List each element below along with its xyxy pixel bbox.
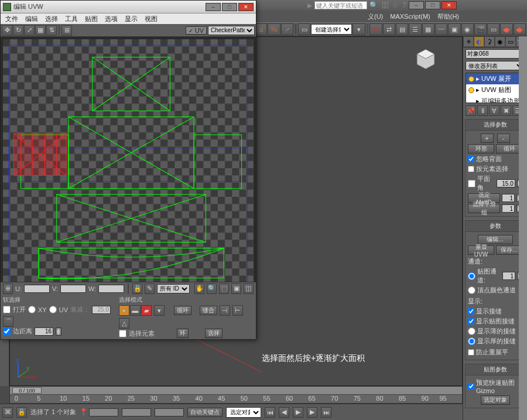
uvw-menu-mapping[interactable]: 贴图 (81, 14, 101, 24)
uv-badge[interactable]: ✓ UV (186, 26, 207, 35)
teapot-icon[interactable]: 🫖 (500, 23, 512, 35)
softsel-uv-radio[interactable] (49, 306, 57, 313)
coord-y-input[interactable] (122, 408, 151, 416)
mirror-icon[interactable]: ⇄ (383, 23, 395, 35)
render-setup-icon[interactable]: 🎬 (474, 23, 487, 35)
thin-seam-radio[interactable] (468, 327, 475, 335)
planar-value[interactable] (497, 179, 515, 187)
keymode-dropdown[interactable]: 选定对象 (226, 407, 261, 418)
subobj-face-icon[interactable]: ▰ (141, 305, 152, 316)
percent-icon[interactable]: % (268, 23, 280, 35)
grow-button[interactable]: + (481, 134, 494, 143)
material-icon[interactable]: ◉ (461, 23, 474, 35)
uvw-menu-select[interactable]: 选择 (42, 14, 61, 24)
object-name-input[interactable] (466, 49, 527, 59)
select-sg-button[interactable]: 选择平滑组 (468, 204, 500, 213)
stitch-b-icon[interactable]: ⊢ (232, 305, 243, 316)
uvw-scale-icon[interactable]: ⤢ (24, 25, 35, 36)
menu-custom[interactable]: 义(U) (364, 11, 386, 22)
render-frame-icon[interactable]: ▭ (487, 23, 499, 35)
show-seam-check[interactable] (468, 308, 474, 315)
show-result-icon[interactable]: Ⅱ (477, 105, 488, 116)
menu-help[interactable]: 帮助(H) (434, 11, 463, 22)
align-selected-button[interactable]: 选定对象 (481, 395, 510, 405)
section-header[interactable]: 选择参数 (466, 119, 525, 131)
uvw-brush-icon[interactable]: ✎ (145, 284, 155, 294)
uvw-menu-file[interactable]: 文件 (2, 14, 22, 24)
modifier-stack[interactable]: ▸UVW 展开 ▸UVW 贴图 ▸可编辑多边形 (466, 73, 525, 103)
uvw-menu-edit[interactable]: 编辑 (22, 14, 42, 24)
selection-set-dropdown[interactable]: 创建选择集 (311, 24, 352, 35)
by-element-check[interactable] (468, 166, 474, 172)
uvw-snap-icon[interactable]: ◫ (244, 284, 254, 294)
uvw-minimize-button[interactable]: – (206, 3, 221, 11)
select-icon[interactable]: ▭ (298, 23, 310, 35)
prevent-reflatten-check[interactable] (468, 349, 474, 356)
play-next-icon[interactable]: ▶ (307, 407, 317, 418)
menu-maxscript[interactable]: MAXScript(M) (386, 12, 433, 21)
viewcube[interactable] (413, 46, 439, 72)
v-input[interactable] (60, 285, 86, 293)
move-icon[interactable]: M (369, 23, 382, 35)
maximize-button[interactable]: □ (425, 1, 440, 9)
u-input[interactable] (24, 285, 50, 293)
paint-sel-icon[interactable]: ▾ (154, 305, 165, 316)
uvw-lock-icon[interactable]: 🔒 (132, 284, 142, 294)
uvw-rotate-icon[interactable]: ↻ (13, 25, 23, 36)
help-icon[interactable]: ? (402, 1, 406, 9)
layer-icon[interactable]: ☰ (409, 23, 421, 35)
section-header[interactable]: 贴图参数 (466, 364, 525, 375)
uvw-zoomregion-icon[interactable]: ⬚ (219, 284, 229, 294)
time-slider[interactable]: 0 / 100 (10, 387, 462, 395)
expand-icon[interactable]: ▸ (476, 97, 480, 103)
tab-display[interactable]: ▭ (505, 36, 516, 47)
play-prev-icon[interactable]: ◀ (279, 407, 289, 418)
uvw-hand-icon[interactable]: ✋ (194, 284, 204, 294)
map-channel-radio[interactable] (468, 272, 475, 280)
bulb-icon[interactable] (468, 76, 474, 82)
select-element-check[interactable] (119, 330, 126, 337)
render-icon[interactable]: 🫖 (514, 23, 526, 35)
link-icon[interactable]: ⟋ (281, 23, 293, 35)
coord-x-input[interactable] (89, 408, 118, 416)
subobj-vertex-icon[interactable]: ▪ (119, 305, 129, 316)
sg-value[interactable] (502, 204, 515, 213)
home-icon[interactable]: ⌂ (255, 23, 267, 35)
expand-icon[interactable]: ▸ (476, 86, 480, 94)
loop-button[interactable]: 循环 (174, 306, 191, 315)
ignore-backface-check[interactable] (468, 156, 474, 162)
softsel-xy-radio[interactable] (28, 306, 36, 313)
reset-uvw-button[interactable]: 重置 UVW (468, 245, 494, 255)
time-ruler[interactable]: 0 5 10 15 20 25 30 35 40 45 50 55 60 65 … (10, 395, 462, 403)
ring-button[interactable]: 环形 (468, 144, 494, 153)
vertex-color-radio[interactable] (468, 286, 475, 294)
script-icon[interactable]: ⌘ (2, 407, 13, 418)
pin-icon[interactable]: 📌 (466, 105, 476, 116)
bulb-icon[interactable] (468, 87, 474, 93)
uvw-maximize-button[interactable]: □ (222, 3, 237, 11)
uvw-canvas-area[interactable] (1, 37, 256, 282)
uvw-zoom-icon[interactable]: 🔍 (207, 284, 217, 294)
uvw-menu-tools[interactable]: 工具 (61, 14, 81, 24)
search-chevron-icon[interactable]: ▶ (307, 2, 312, 9)
graph-icon[interactable]: ▦ (422, 23, 434, 35)
schematic-icon[interactable]: ▣ (448, 23, 460, 35)
ring-button[interactable]: 环 (177, 329, 189, 338)
uvw-mirror-icon[interactable]: ⇅ (46, 25, 57, 36)
shrink-button[interactable]: - (497, 134, 510, 143)
uvw-move-icon[interactable]: ✥ (2, 25, 12, 36)
uvw-menu-view[interactable]: 视图 (141, 14, 161, 24)
stitch-a-icon[interactable]: ⊣ (220, 305, 230, 316)
uvw-canvas[interactable] (3, 39, 254, 282)
align-icon[interactable]: ▤ (396, 23, 408, 35)
tab-hierarchy[interactable]: ⚳ (484, 36, 495, 47)
expand-icon[interactable]: ▸ (476, 75, 480, 83)
uvw-titlebar[interactable]: 编辑 UVW – □ ✕ (1, 1, 256, 13)
uvw-menu-options[interactable]: 选项 (101, 14, 121, 24)
uvw-fit-icon[interactable]: ▣ (231, 284, 241, 294)
uvw-freeform-icon[interactable]: ▦ (35, 25, 46, 36)
star-icon[interactable]: ☆ (392, 1, 399, 9)
uvw-menu-display[interactable]: 显示 (121, 14, 141, 24)
falloff-input[interactable] (92, 306, 111, 314)
play-start-icon[interactable]: ⏮ (265, 407, 275, 418)
